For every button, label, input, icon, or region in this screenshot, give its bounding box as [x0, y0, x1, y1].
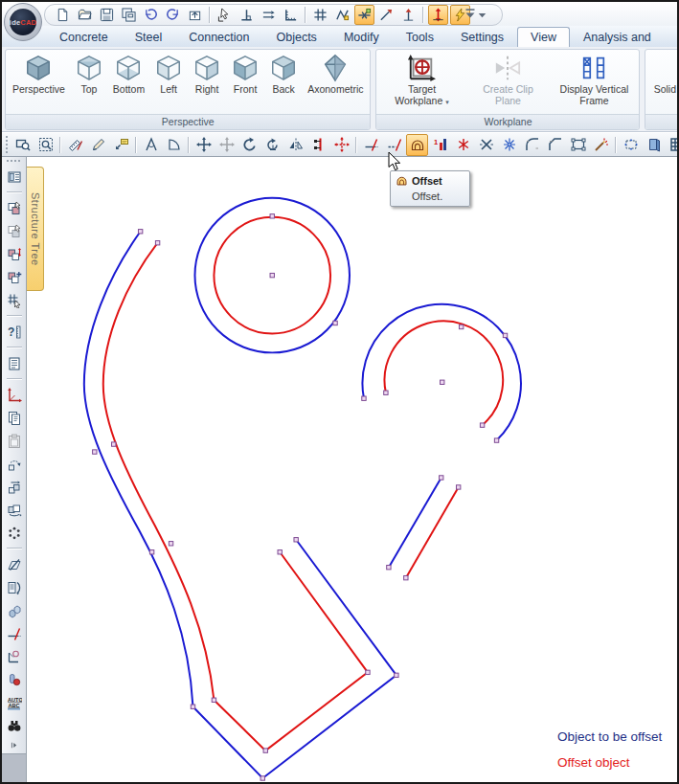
toolbar-grip[interactable] — [6, 136, 8, 153]
tab-steel[interactable]: Steel — [122, 27, 176, 47]
tab-modify[interactable]: Modify — [330, 27, 393, 47]
measure-arc-button[interactable] — [163, 134, 185, 156]
view-bottom-button[interactable]: Bottom — [108, 51, 149, 113]
object-info-button[interactable] — [429, 134, 451, 156]
view-top-button[interactable]: Top — [70, 51, 108, 113]
break-button[interactable] — [452, 134, 474, 156]
grip-point[interactable] — [366, 670, 370, 674]
select-objects-button[interactable] — [4, 198, 25, 218]
drawing-canvas[interactable]: Object to be offsetOffset object — [27, 157, 677, 782]
snap-nearest-button[interactable] — [376, 5, 396, 25]
run-mode-button[interactable] — [428, 5, 448, 25]
grip-point[interactable] — [169, 542, 172, 546]
move-button[interactable] — [192, 134, 215, 156]
properties-button[interactable] — [4, 167, 25, 187]
grip-point[interactable] — [149, 550, 153, 554]
grip-point[interactable] — [93, 450, 97, 454]
save-all-button[interactable] — [119, 5, 139, 25]
stretch-button[interactable] — [307, 134, 329, 156]
move-objects-button[interactable] — [4, 500, 25, 520]
edge-trim-button[interactable] — [4, 623, 25, 643]
grip-point[interactable] — [333, 321, 337, 325]
snap-point-button[interactable] — [354, 5, 374, 25]
object-arc[interactable] — [362, 304, 521, 440]
grip-point[interactable] — [456, 485, 460, 489]
grip-point[interactable] — [191, 705, 194, 708]
rotate-button[interactable] — [238, 134, 260, 156]
select-mode-button[interactable] — [215, 5, 235, 25]
offset-arc[interactable] — [385, 321, 504, 425]
customize-quick-access-button[interactable] — [462, 5, 479, 22]
select-by-grid-button[interactable] — [4, 290, 25, 310]
view-right-button[interactable]: Right — [188, 51, 226, 113]
chamfer-button[interactable] — [544, 134, 566, 156]
sidebar-grip[interactable] — [7, 160, 22, 162]
copy-button[interactable] — [4, 408, 25, 428]
tab-settings[interactable]: Settings — [447, 27, 517, 47]
tab-objects[interactable]: Objects — [262, 27, 329, 47]
rotate-copy-button[interactable] — [4, 454, 25, 474]
divide-button[interactable] — [498, 134, 520, 156]
grip-point[interactable] — [387, 565, 391, 569]
display-vertical-frame-button[interactable]: Display Vertical Frame — [551, 51, 637, 113]
grip-point[interactable] — [404, 575, 408, 579]
grip-point[interactable] — [440, 476, 443, 480]
tab-concrete[interactable]: Concrete — [46, 27, 122, 47]
deselect-objects-button[interactable] — [4, 221, 25, 241]
tab-connection[interactable]: Connection — [175, 27, 262, 47]
add-selection-button[interactable] — [4, 267, 25, 287]
offset-polyline[interactable] — [103, 243, 368, 750]
snap-perpendicular-button[interactable] — [237, 5, 257, 25]
fillet-button[interactable] — [521, 134, 543, 156]
edit-grid-button[interactable] — [666, 134, 677, 156]
grip-point[interactable] — [294, 538, 298, 542]
measure-button[interactable] — [64, 134, 86, 156]
explode-button[interactable] — [475, 134, 497, 156]
snap-corner-button[interactable] — [281, 5, 301, 25]
grip-point[interactable] — [270, 273, 274, 277]
open-file-button[interactable] — [75, 5, 95, 25]
tab-analysis-and-design[interactable]: Analysis and Design — [570, 27, 677, 47]
render-settings-button[interactable] — [4, 669, 25, 689]
report-button[interactable] — [4, 353, 25, 373]
grip-point[interactable] — [212, 698, 215, 702]
grip-point[interactable] — [459, 325, 463, 328]
snap-intersection-button[interactable] — [398, 5, 419, 25]
new-file-button[interactable] — [53, 5, 73, 25]
grip-point[interactable] — [480, 423, 484, 427]
undo-view-button[interactable] — [185, 5, 205, 25]
annotate-button[interactable] — [110, 134, 132, 156]
grip-point[interactable] — [503, 333, 507, 337]
save-button[interactable] — [97, 5, 117, 25]
object-inquiry-button[interactable] — [4, 322, 25, 342]
polar-array-button[interactable] — [330, 134, 352, 156]
mirror-plane-button[interactable] — [4, 554, 25, 574]
offset-segment[interactable] — [406, 487, 459, 578]
create-opening-button[interactable] — [643, 134, 665, 156]
grip-point[interactable] — [270, 214, 274, 218]
trim-button[interactable] — [360, 134, 382, 156]
tab-tools[interactable]: Tools — [393, 27, 447, 47]
snap-grid-button[interactable] — [310, 5, 330, 25]
grip-point[interactable] — [260, 776, 264, 780]
zoom-dynamic-button[interactable] — [34, 134, 57, 156]
corner-detail-button[interactable] — [4, 646, 25, 666]
view-back-button[interactable]: Back — [264, 51, 303, 113]
redo-button[interactable] — [163, 5, 183, 25]
snap-parallel-button[interactable] — [259, 5, 279, 25]
grip-point[interactable] — [395, 673, 398, 677]
target-workplane-button[interactable]: Target Workplane ▾ — [378, 51, 464, 113]
solid-with-edges-button[interactable]: Solid with Edges ▾ — [647, 51, 677, 113]
rectangular-array-button[interactable] — [620, 134, 642, 156]
auto-label-button[interactable] — [4, 692, 25, 712]
snap-polygon-button[interactable] — [332, 5, 352, 25]
expand-toolbar-button[interactable] — [5, 738, 24, 751]
section-view-button[interactable] — [4, 577, 25, 597]
grip-point[interactable] — [441, 380, 444, 384]
match-properties-button[interactable] — [590, 134, 612, 156]
offset-button[interactable] — [406, 134, 428, 156]
app-logo[interactable]: ideCAD — [4, 3, 42, 41]
grip-point[interactable] — [155, 241, 159, 245]
view-front-button[interactable]: Front — [226, 51, 264, 113]
grip-point[interactable] — [494, 438, 498, 442]
